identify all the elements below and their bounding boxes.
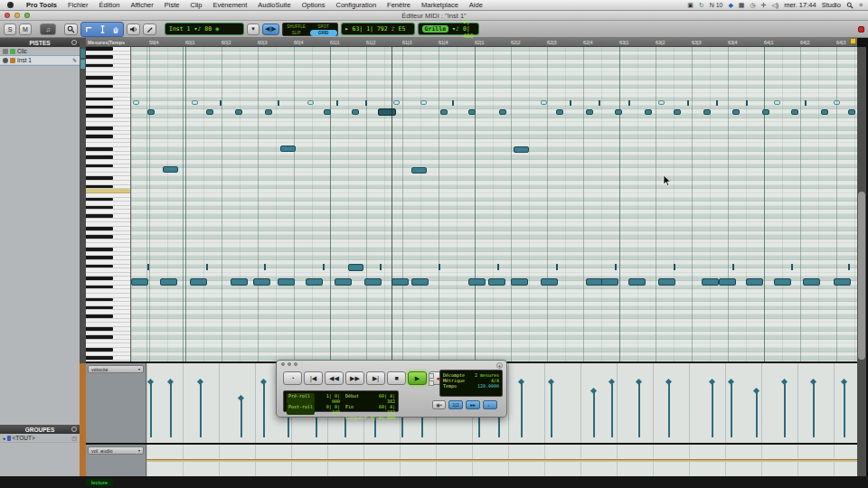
scrollbar-thumb[interactable] [858,192,865,360]
groups-panel-header[interactable]: GROUPES [0,425,80,434]
midi-note[interactable] [541,278,558,286]
track-show-icon[interactable] [3,49,8,54]
midi-note[interactable] [324,109,331,115]
vertical-scrollbar[interactable] [857,47,866,476]
lane-type-selector[interactable]: vol. audio ▾ [88,446,144,455]
midi-note[interactable] [628,278,646,286]
screen-share-icon[interactable]: ▣ [687,2,693,9]
midi-note[interactable] [586,109,593,115]
midi-note[interactable] [488,278,505,286]
midi-note[interactable] [645,109,652,115]
midi-note-short[interactable] [687,100,689,106]
velocity-diamond[interactable] [841,379,847,385]
length-value[interactable]: 0| 0| 000 [370,415,395,420]
midi-note-short[interactable] [336,100,338,106]
midi-note-short[interactable] [746,100,748,106]
menu-clock[interactable]: mer. 17:44 [784,1,816,9]
midi-note[interactable] [160,278,177,286]
menu-item[interactable]: Piste [159,1,185,9]
midi-note[interactable] [658,278,675,286]
velocity-stem[interactable] [241,398,242,437]
midi-note[interactable] [703,109,711,115]
solo-button[interactable]: S [4,23,16,35]
ruler-label[interactable]: Mesures|Temps [88,40,125,45]
midi-note[interactable] [499,109,506,115]
notation-pencil-icon[interactable]: ✎ [72,57,77,63]
midi-note[interactable] [774,278,791,286]
user-menu[interactable]: Studio [822,1,841,9]
midi-note-short[interactable] [220,100,222,106]
volume-automation-lane[interactable] [146,445,857,476]
midi-note-short[interactable] [147,264,149,270]
midi-note[interactable] [231,278,248,286]
notification-center-icon[interactable]: ≡ [859,2,863,8]
postroll-label[interactable]: Post-roll [287,404,315,415]
midi-note-short[interactable] [452,100,454,106]
midi-note[interactable] [280,145,296,152]
midi-note-short[interactable] [323,264,325,270]
menu-item[interactable]: Configuration [330,1,382,9]
velocity-diamond[interactable] [609,379,615,385]
midi-note-selected[interactable] [378,108,396,116]
go-to-end-button[interactable]: ▶| [366,371,385,385]
midi-note-short[interactable] [628,100,630,106]
midi-note-short[interactable] [674,264,675,270]
metronome-button[interactable]: ◉• [432,400,446,409]
midi-note-short[interactable] [716,100,718,106]
lane-type-selector[interactable]: vélocité ▾ [88,365,144,373]
mirrored-midi-button[interactable]: ◀|▶ [262,23,279,35]
midi-note-selected-outline[interactable] [658,100,665,105]
track-row-clic[interactable]: Clic [0,47,80,56]
countoff-display[interactable]: Décompte 2 mesures Métrique 4/4 Tempo 12… [439,370,503,397]
velocity-stem[interactable] [784,381,786,437]
midi-note[interactable] [514,146,529,153]
trim-tool[interactable] [82,23,95,35]
midi-note-short[interactable] [497,264,499,270]
start-value[interactable]: 60| 4| 382 [370,393,395,404]
midi-note-short[interactable] [732,264,734,270]
velocity-stem[interactable] [638,381,640,437]
track-show-icon[interactable] [3,58,8,63]
apple-menu-icon[interactable] [7,2,14,8]
edit-mode-spot[interactable]: SPOT [310,23,337,30]
toolbar-record-indicator[interactable] [858,26,864,33]
velocity-stem[interactable] [611,381,613,437]
menu-item[interactable]: Édition [94,1,126,9]
roll-selection-display[interactable]: Pré-roll 1| 0| 000 Post-roll 0| 0| 348 D… [283,390,399,412]
midi-note[interactable] [392,278,409,286]
midi-note[interactable] [411,167,427,174]
midi-note-selected-outline[interactable] [420,100,427,105]
velocity-diamond[interactable] [665,379,672,385]
target-button[interactable]: ▾ [247,23,259,35]
velocity-diamond[interactable] [238,395,244,401]
grid-value-display[interactable]: Grille ▾♪ 0| 0| 480 [418,23,479,35]
midi-note[interactable] [440,109,448,115]
menu-item[interactable]: Clip [184,1,207,9]
play-notes-icon[interactable]: ◉ [215,25,219,33]
midi-note-short[interactable] [599,100,600,106]
midi-note[interactable] [306,278,323,286]
menu-item[interactable]: Pro Tools [21,1,62,9]
cursor-location-display[interactable]: ▸ 63| 1| 792 ♪ E5 [341,23,415,35]
midi-note-selected-outline[interactable] [774,100,780,105]
velocity-stem[interactable] [551,381,552,437]
midi-note[interactable] [848,109,855,115]
midi-note[interactable] [468,278,486,286]
spotlight-icon[interactable] [846,2,854,9]
velocity-diamond[interactable] [810,379,816,385]
midi-note[interactable] [411,278,429,286]
displays-icon[interactable]: ▦ [739,2,745,9]
countoff-button[interactable]: 1|2 [448,400,463,409]
velocity-stem[interactable] [813,381,815,437]
midi-note-short[interactable] [206,264,208,270]
volume-icon[interactable]: ◁) [771,2,778,9]
midi-note[interactable] [206,109,213,115]
velocity-stem[interactable] [731,381,732,437]
midi-note[interactable] [615,109,622,115]
midi-note[interactable] [278,278,295,286]
midi-note-short[interactable] [439,264,440,270]
mute-button[interactable]: M [19,23,32,35]
scrubber-tool[interactable] [127,23,140,35]
volume-automation-line[interactable] [146,459,857,462]
midi-note-short[interactable] [380,264,382,270]
